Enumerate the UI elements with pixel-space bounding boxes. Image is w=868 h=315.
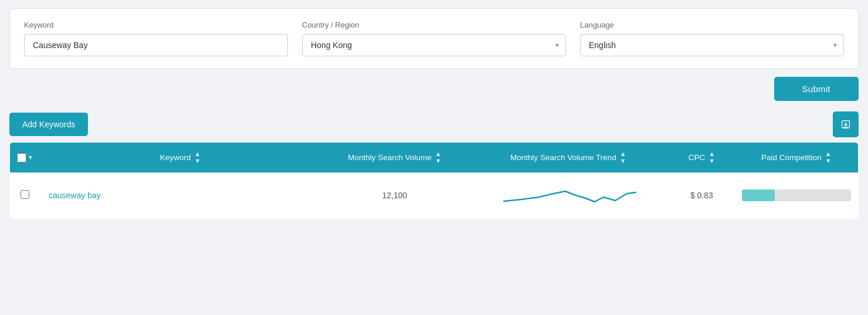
form-row: Keyword Country / Region Hong Kong Unite… <box>24 21 844 56</box>
col-header-msv: Monthly Search Volume ▲▼ <box>321 143 468 173</box>
col-cpc-label: CPC <box>689 153 706 162</box>
language-select[interactable]: English Chinese French German Spanish <box>580 34 844 56</box>
language-label: Language <box>580 21 844 29</box>
col-msvt-label: Monthly Search Volume Trend <box>510 153 616 162</box>
language-select-wrapper: English Chinese French German Spanish ▾ <box>580 34 844 56</box>
keyword-label: Keyword <box>24 21 288 29</box>
paid-bar-background <box>742 189 851 201</box>
toolbar-row: Add Keywords <box>9 111 859 137</box>
submit-row: Submit <box>9 77 859 101</box>
row-checkbox-cell <box>10 172 40 219</box>
submit-button[interactable]: Submit <box>774 77 859 101</box>
add-keywords-button[interactable]: Add Keywords <box>9 113 88 136</box>
col-header-msvt: Monthly Search Volume Trend ▲▼ <box>468 143 669 173</box>
col-keyword-label: Keyword <box>160 153 191 162</box>
row-paid-cell <box>735 172 859 219</box>
country-select[interactable]: Hong Kong United States United Kingdom A… <box>302 34 566 56</box>
msvt-sort-icon[interactable]: ▲▼ <box>620 151 626 164</box>
header-checkbox-chevron-icon[interactable]: ▾ <box>29 154 32 161</box>
col-header-checkbox: ▾ <box>10 143 40 173</box>
keyword-input[interactable] <box>24 34 288 56</box>
results-table: ▾ Keyword ▲▼ Monthly Search Volume ▲▼ <box>9 142 859 219</box>
col-header-cpc: CPC ▲▼ <box>669 143 735 173</box>
cpc-sort-icon[interactable]: ▲▼ <box>708 151 715 164</box>
row-msv-value: 12,100 <box>382 191 407 200</box>
row-msvt-cell <box>468 172 669 219</box>
language-group: Language English Chinese French German S… <box>580 21 844 56</box>
row-cpc-cell: $ 0.83 <box>669 172 735 219</box>
col-header-paid: Paid Competition ▲▼ <box>735 143 859 173</box>
sparkline-chart <box>498 181 639 210</box>
table-header-row: ▾ Keyword ▲▼ Monthly Search Volume ▲▼ <box>10 143 859 173</box>
col-msv-label: Monthly Search Volume <box>348 153 432 162</box>
row-checkbox[interactable] <box>21 190 29 199</box>
keyword-sort-icon[interactable]: ▲▼ <box>194 151 201 164</box>
col-paid-label: Paid Competition <box>761 153 822 162</box>
row-cpc-value: $ 0.83 <box>690 191 713 200</box>
row-keyword-cell: causeway bay <box>39 172 321 219</box>
paid-bar-fill <box>742 189 775 201</box>
country-select-wrapper: Hong Kong United States United Kingdom A… <box>302 34 566 56</box>
msv-sort-icon[interactable]: ▲▼ <box>435 151 442 164</box>
export-icon <box>841 118 850 130</box>
col-header-keyword: Keyword ▲▼ <box>39 143 321 173</box>
keyword-group: Keyword <box>24 21 288 56</box>
country-group: Country / Region Hong Kong United States… <box>302 21 566 56</box>
table-row: causeway bay 12,100 $ 0.83 <box>10 172 859 219</box>
export-button[interactable] <box>833 111 859 137</box>
paid-sort-icon[interactable]: ▲▼ <box>825 151 832 164</box>
row-msv-cell: 12,100 <box>321 172 468 219</box>
select-all-checkbox[interactable] <box>17 153 26 162</box>
search-panel: Keyword Country / Region Hong Kong Unite… <box>9 8 859 69</box>
country-label: Country / Region <box>302 21 566 29</box>
keyword-link[interactable]: causeway bay <box>49 191 101 200</box>
